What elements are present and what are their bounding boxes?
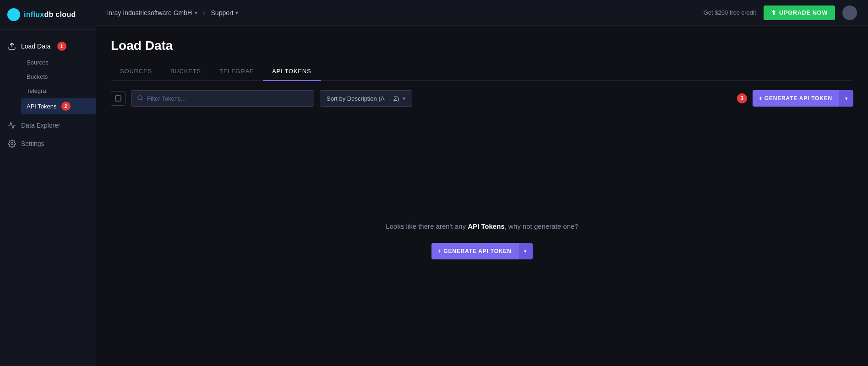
breadcrumb-separator: › <box>203 9 205 17</box>
generate-api-token-button[interactable]: + GENERATE API TOKEN <box>753 90 839 107</box>
sidebar-item-telegraf[interactable]: Telegraf <box>21 84 96 98</box>
page-title: Load Data <box>111 38 853 53</box>
sidebar-item-settings[interactable]: Settings <box>0 135 96 153</box>
load-data-badge: 1 <box>57 42 66 51</box>
search-box <box>131 90 314 107</box>
tabs: SOURCES BUCKETS TELEGRAF API TOKENS <box>111 62 853 81</box>
toolbar: Sort by Description (A → Z) ▾ 3 + GENERA… <box>96 81 868 116</box>
search-input[interactable] <box>147 95 308 102</box>
main-content: inray Industriesoftware GmbH ▾ › Support… <box>96 0 868 366</box>
sidebar-nav: Load Data 1 Sources Buckets Telegraf API… <box>0 30 96 366</box>
credit-text: Get $250 free credit <box>704 9 756 16</box>
empty-generate-btn-group: + GENERATE API TOKEN ▾ <box>431 243 532 259</box>
load-data-section: Load Data 1 Sources Buckets Telegraf API… <box>0 35 96 116</box>
generate-split-chevron-icon: ▾ <box>845 96 848 102</box>
sidebar-item-data-explorer[interactable]: Data Explorer <box>0 116 96 135</box>
page-header: Load Data SOURCES BUCKETS TELEGRAF API T… <box>96 26 868 81</box>
sidebar: i influxdb cloud Load Data 1 So <box>0 0 96 366</box>
org-selector[interactable]: inray Industriesoftware GmbH ▾ <box>107 9 197 16</box>
svg-rect-4 <box>115 96 121 101</box>
sidebar-item-sources[interactable]: Sources <box>21 55 96 70</box>
topbar-right: Get $250 free credit ⬆ UPGRADE NOW <box>704 5 857 20</box>
support-dropdown-icon: ▾ <box>235 10 238 16</box>
select-all-checkbox[interactable] <box>111 91 126 106</box>
svg-point-3 <box>11 143 13 145</box>
svg-point-0 <box>10 11 17 18</box>
avatar[interactable] <box>842 5 857 20</box>
chart-icon <box>7 121 16 130</box>
sidebar-item-load-data[interactable]: Load Data 1 <box>0 37 96 55</box>
tab-buckets[interactable]: BUCKETS <box>161 62 210 81</box>
empty-state-text: Looks like there aren't any API Tokens, … <box>386 222 578 230</box>
sort-chevron-icon: ▾ <box>403 96 405 102</box>
upgrade-label: UPGRADE NOW <box>779 9 828 16</box>
sort-dropdown[interactable]: Sort by Description (A → Z) ▾ <box>320 90 412 107</box>
empty-generate-split-chevron-icon: ▾ <box>524 248 527 254</box>
generate-btn-badge: 3 <box>737 93 747 103</box>
tab-api-tokens[interactable]: API TOKENS <box>263 62 321 81</box>
svg-point-5 <box>138 95 142 99</box>
logo-text: influxdb cloud <box>24 11 76 19</box>
empty-generate-split-button[interactable]: ▾ <box>518 243 533 259</box>
tab-sources[interactable]: SOURCES <box>111 62 161 81</box>
sidebar-item-api-tokens[interactable]: API Tokens 2 <box>21 98 96 114</box>
logo: i influxdb cloud <box>0 0 96 30</box>
settings-icon <box>7 139 16 148</box>
generate-token-btn-group: + GENERATE API TOKEN ▾ <box>753 90 853 107</box>
upload-icon <box>7 42 16 51</box>
org-name: inray Industriesoftware GmbH <box>107 9 192 16</box>
search-icon <box>137 95 143 102</box>
tab-telegraf[interactable]: TELEGRAF <box>210 62 263 81</box>
org-dropdown-icon: ▾ <box>195 10 197 16</box>
logo-icon: i <box>7 8 20 21</box>
support-label: Support <box>211 9 234 16</box>
toolbar-right: 3 + GENERATE API TOKEN ▾ <box>737 90 853 107</box>
upgrade-icon: ⬆ <box>771 9 777 16</box>
load-data-label: Load Data <box>21 43 51 50</box>
generate-api-token-dropdown-button[interactable]: ▾ <box>839 90 853 107</box>
upgrade-button[interactable]: ⬆ UPGRADE NOW <box>764 5 835 20</box>
sort-label: Sort by Description (A → Z) <box>327 95 399 102</box>
empty-state: Looks like there aren't any API Tokens, … <box>96 116 868 366</box>
data-explorer-label: Data Explorer <box>21 122 60 129</box>
sidebar-item-buckets[interactable]: Buckets <box>21 70 96 84</box>
topbar: inray Industriesoftware GmbH ▾ › Support… <box>96 0 868 26</box>
api-tokens-badge: 2 <box>61 102 71 111</box>
support-selector[interactable]: Support ▾ <box>211 9 238 16</box>
load-data-subnav: Sources Buckets Telegraf API Tokens 2 <box>0 55 96 114</box>
empty-generate-api-token-button[interactable]: + GENERATE API TOKEN <box>431 243 518 259</box>
page-content: Load Data SOURCES BUCKETS TELEGRAF API T… <box>96 26 868 366</box>
svg-text:i: i <box>12 12 13 17</box>
settings-label: Settings <box>21 140 44 147</box>
